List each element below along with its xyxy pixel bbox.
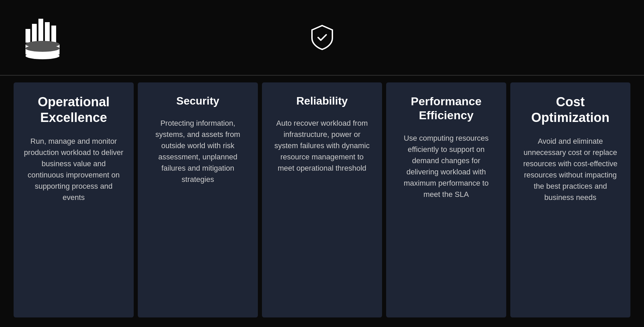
svg-point-11 [26,52,60,59]
card-security: Security Protecting information, systems… [138,82,258,317]
svg-rect-1 [32,24,37,43]
card-title-cost-optimization: Cost Optimization [521,94,620,125]
card-title-performance-efficiency: Performance Efficiency [396,94,496,122]
card-operational-excellence: Operational Excellence Run, manage and m… [14,82,134,317]
card-reliability: Reliability Auto recover workload from i… [262,82,382,317]
shield-check-icon [309,24,336,51]
card-body-performance-efficiency: Use computing resources efficiently to s… [396,133,496,200]
card-cost-optimization: Cost Optimization Avoid and eliminate un… [510,82,630,317]
card-performance-efficiency: Performance Efficiency Use computing res… [386,82,506,317]
svg-rect-2 [38,19,43,43]
card-body-reliability: Auto recover workload from infrastructur… [272,118,372,174]
page-container: Operational Excellence Run, manage and m… [0,0,644,327]
svg-rect-4 [51,26,56,43]
cards-section: Operational Excellence Run, manage and m… [0,76,644,324]
card-body-cost-optimization: Avoid and eliminate unnecessary cost or … [521,136,620,203]
database-chart-icon [20,15,65,60]
svg-rect-0 [26,29,30,43]
card-body-operational-excellence: Run, manage and monitor production workl… [24,136,123,203]
svg-rect-3 [45,22,50,43]
card-title-security: Security [176,94,219,107]
top-section [0,0,644,75]
card-title-reliability: Reliability [296,94,348,107]
svg-point-10 [26,45,60,52]
card-title-operational-excellence: Operational Excellence [24,94,123,125]
card-body-security: Protecting information, systems, and ass… [148,118,248,185]
